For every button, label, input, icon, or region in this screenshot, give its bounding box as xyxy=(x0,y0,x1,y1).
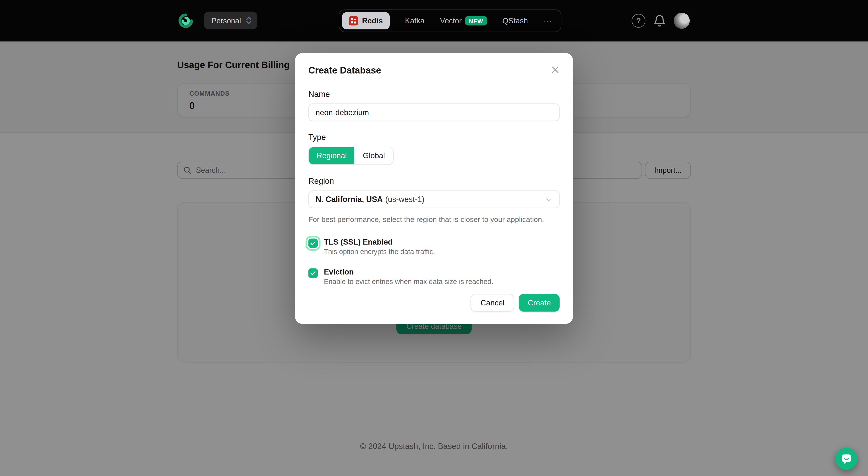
tab-kafka[interactable]: Kafka xyxy=(405,17,425,25)
name-input[interactable] xyxy=(308,103,560,121)
eviction-label: Eviction xyxy=(324,267,493,276)
tab-vector-label: Vector xyxy=(440,17,462,25)
chat-bubble-icon xyxy=(840,453,852,465)
user-avatar[interactable] xyxy=(674,13,690,29)
close-icon[interactable] xyxy=(550,64,561,75)
tls-description: This option encrypts the data traffic. xyxy=(324,248,435,256)
upstash-logo-icon[interactable] xyxy=(178,13,193,28)
chevron-up-down-icon xyxy=(246,16,252,25)
tab-vector[interactable]: Vector NEW xyxy=(440,16,487,26)
chevron-down-icon xyxy=(545,196,553,203)
top-navbar: Personal Redis Kafka V xyxy=(0,0,868,41)
tls-row: TLS (SSL) Enabled This option encrypts t… xyxy=(308,238,560,256)
region-code: (us-west-1) xyxy=(385,195,424,204)
type-label: Type xyxy=(308,133,560,142)
more-tabs-icon[interactable]: ⋯ xyxy=(544,16,553,26)
navbar-actions: ? xyxy=(631,0,690,41)
upstash-console: Personal Redis Kafka V xyxy=(0,0,868,476)
tls-label: TLS (SSL) Enabled xyxy=(324,238,435,246)
org-switcher-label: Personal xyxy=(211,16,241,25)
tab-qstash[interactable]: QStash xyxy=(502,17,528,25)
region-value: N. California, USA xyxy=(315,195,383,204)
tab-redis[interactable]: Redis xyxy=(342,12,390,29)
modal-title: Create Database xyxy=(308,65,560,76)
help-icon[interactable]: ? xyxy=(631,14,645,28)
tls-checkbox[interactable] xyxy=(308,238,318,248)
type-segmented-control: Regional Global xyxy=(308,147,394,165)
org-switcher-button[interactable]: Personal xyxy=(204,12,257,29)
tab-kafka-label: Kafka xyxy=(405,17,425,25)
tab-qstash-label: QStash xyxy=(502,17,528,25)
check-icon xyxy=(310,270,316,276)
notifications-bell-icon[interactable] xyxy=(653,14,666,28)
type-option-global[interactable]: Global xyxy=(354,147,393,165)
redis-icon xyxy=(349,16,358,26)
region-label: Region xyxy=(308,177,560,185)
chat-widget-button[interactable] xyxy=(835,448,858,470)
eviction-description: Enable to evict entries when max data si… xyxy=(324,278,493,286)
create-database-modal: Create Database Name Type Regional Globa… xyxy=(295,53,573,324)
product-tabs: Redis Kafka Vector NEW QStash ⋯ xyxy=(339,9,561,32)
region-help-text: For best performance, select the region … xyxy=(308,215,560,224)
create-button[interactable]: Create xyxy=(519,294,560,312)
new-badge: NEW xyxy=(465,16,487,26)
modal-actions: Cancel Create xyxy=(470,294,560,312)
tab-redis-label: Redis xyxy=(362,17,383,25)
check-icon xyxy=(310,240,316,246)
region-select[interactable]: N. California, USA (us-west-1) xyxy=(308,190,560,208)
eviction-checkbox[interactable] xyxy=(308,268,318,278)
eviction-row: Eviction Enable to evict entries when ma… xyxy=(308,267,560,286)
name-label: Name xyxy=(308,90,560,98)
type-option-regional[interactable]: Regional xyxy=(309,147,355,165)
cancel-button[interactable]: Cancel xyxy=(470,294,514,312)
